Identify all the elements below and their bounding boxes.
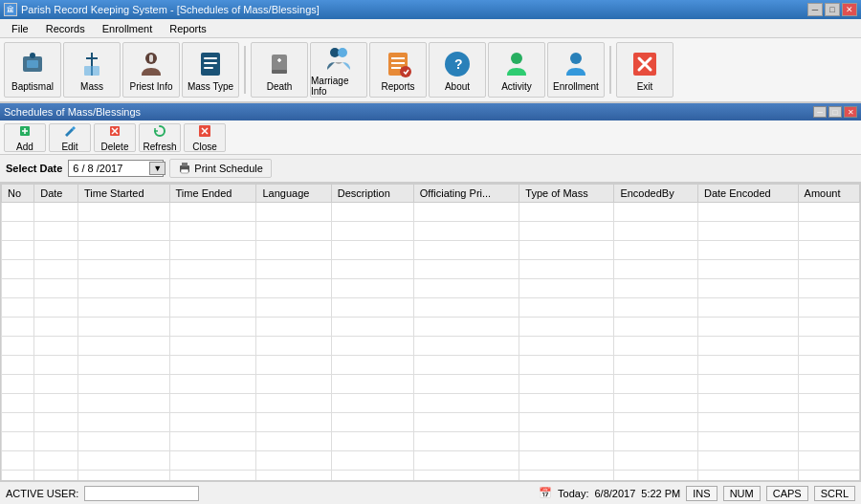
exit-label: Exit [637, 81, 653, 92]
table-row[interactable] [2, 432, 860, 451]
svg-rect-8 [204, 62, 217, 64]
toolbar-marriage-info[interactable]: Marriage Info [310, 42, 367, 98]
priest-icon [136, 49, 166, 79]
refresh-label: Refresh [143, 142, 176, 152]
svg-rect-1 [27, 60, 38, 68]
mass-label: Mass [80, 81, 103, 92]
baptismal-icon [17, 49, 48, 79]
toolbar-mass[interactable]: Mass [63, 42, 121, 98]
table-container[interactable]: No Date Time Started Time Ended Language… [0, 183, 861, 481]
toolbar-enrollment[interactable]: Enrollment [547, 42, 605, 98]
menu-reports[interactable]: Reports [162, 21, 214, 36]
refresh-icon [152, 123, 167, 142]
table-row[interactable] [2, 298, 860, 318]
svg-rect-5 [149, 55, 153, 62]
num-indicator: NUM [723, 486, 761, 501]
death-icon [264, 49, 295, 79]
edit-label: Edit [61, 142, 77, 152]
app-icon: 🏛 [4, 3, 17, 16]
inner-minimize-btn[interactable]: ─ [813, 106, 827, 118]
status-bar: ACTIVE USER: 📅 Today: 6/8/2017 5:22 PM I… [0, 481, 861, 504]
table-row[interactable] [2, 375, 860, 394]
minimize-button[interactable]: ─ [807, 3, 823, 16]
print-schedule-label: Print Schedule [194, 163, 263, 174]
title-bar: 🏛 Parish Record Keeping System - [Schedu… [0, 0, 861, 19]
table-row[interactable] [2, 318, 860, 337]
table-row[interactable] [2, 337, 860, 356]
table-row[interactable] [2, 413, 860, 432]
edit-button[interactable]: Edit [49, 123, 91, 152]
close-action-button[interactable]: Close [184, 123, 226, 152]
inner-maximize-btn[interactable]: □ [828, 106, 842, 118]
mass-icon [77, 49, 107, 79]
exit-icon [629, 49, 660, 79]
svg-rect-3 [84, 66, 99, 76]
table-body [2, 203, 860, 482]
col-no: No [2, 185, 34, 203]
menu-file[interactable]: File [4, 21, 36, 36]
inner-window-titlebar: Schedules of Mass/Blessings ─ □ ✕ [0, 103, 861, 121]
edit-icon [62, 123, 77, 142]
svg-point-13 [338, 48, 347, 57]
svg-rect-2 [30, 53, 35, 58]
enrollment-label: Enrollment [553, 81, 599, 92]
toolbar-mass-type[interactable]: Mass Type [182, 42, 239, 98]
toolbar-death[interactable]: Death [251, 42, 308, 98]
table-row[interactable] [2, 451, 860, 471]
table-row[interactable] [2, 203, 860, 222]
col-encoded-by: EncodedBy [614, 185, 698, 203]
reports-icon [383, 49, 413, 79]
toolbar-exit[interactable]: Exit [616, 42, 673, 98]
print-icon [178, 162, 191, 175]
svg-rect-7 [204, 57, 217, 59]
col-language: Language [256, 185, 331, 203]
table-row[interactable] [2, 260, 860, 279]
date-input[interactable] [73, 163, 149, 174]
mass-type-label: Mass Type [188, 81, 233, 92]
ins-indicator: INS [686, 486, 717, 501]
add-button[interactable]: Add [4, 123, 46, 152]
marriage-info-label: Marriage Info [311, 76, 366, 97]
table-row[interactable] [2, 222, 860, 241]
caps-indicator: CAPS [766, 486, 808, 501]
svg-rect-11 [272, 70, 287, 74]
toolbar-activity[interactable]: Activity [488, 42, 545, 98]
mass-type-icon [195, 49, 226, 79]
delete-button[interactable]: Delete [94, 123, 136, 152]
svg-rect-15 [391, 57, 405, 59]
close-button[interactable]: ✕ [842, 3, 857, 16]
col-time-started: Time Started [78, 185, 170, 203]
delete-icon [107, 123, 122, 142]
inner-close-btn[interactable]: ✕ [844, 106, 857, 118]
toolbar-baptismal[interactable]: Baptismal [4, 42, 61, 98]
table-row[interactable] [2, 356, 860, 375]
menu-records[interactable]: Records [38, 21, 93, 36]
app-title: Parish Record Keeping System - [Schedule… [21, 4, 320, 15]
menu-enrollment[interactable]: Enrollment [95, 21, 161, 36]
date-dropdown-button[interactable]: ▼ [149, 162, 166, 175]
toolbar-about[interactable]: ? About [429, 42, 486, 98]
title-bar-left: 🏛 Parish Record Keeping System - [Schedu… [4, 3, 320, 16]
active-user-label: ACTIVE USER: [6, 488, 78, 499]
table-row[interactable] [2, 279, 860, 298]
current-time: 5:22 PM [641, 488, 680, 499]
menu-bar: File Records Enrollment Reports [0, 19, 861, 38]
maximize-button[interactable]: □ [825, 3, 840, 16]
table-row[interactable] [2, 394, 860, 413]
toolbar-divider-2 [609, 46, 611, 94]
main-window: 🏛 Parish Record Keeping System - [Schedu… [0, 0, 861, 504]
toolbar-divider-1 [244, 46, 246, 94]
table-row[interactable] [2, 241, 860, 260]
toolbar-reports[interactable]: Reports [369, 42, 427, 98]
svg-point-21 [511, 53, 522, 64]
svg-rect-10 [272, 55, 287, 72]
refresh-button[interactable]: Refresh [139, 123, 181, 152]
date-input-wrapper: ▼ [68, 160, 164, 177]
title-bar-controls: ─ □ ✕ [807, 3, 857, 16]
table-row[interactable] [2, 471, 860, 482]
print-schedule-button[interactable]: Print Schedule [169, 159, 272, 178]
toolbar-priest-info[interactable]: Priest Info [122, 42, 180, 98]
priest-info-label: Priest Info [129, 81, 172, 92]
select-date-label: Select Date [6, 163, 62, 174]
inner-window-controls: ─ □ ✕ [813, 106, 857, 118]
